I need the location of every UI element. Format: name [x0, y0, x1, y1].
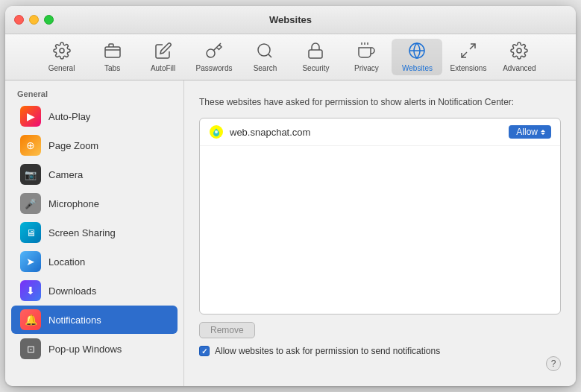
location-icon: ➤ [20, 251, 41, 272]
extensions-label: Extensions [450, 64, 486, 72]
content-area: General ▶ Auto-Play ⊕ Page Zoom 📷 Camera… [5, 80, 576, 386]
website-name: web.snapchat.com [230, 127, 503, 138]
sidebar-camera-label: Camera [48, 169, 83, 180]
tabs-label: Tabs [104, 64, 120, 72]
general-label: General [48, 64, 75, 72]
toolbar-item-privacy[interactable]: Privacy [341, 39, 392, 75]
toolbar-item-security[interactable]: Security [290, 39, 341, 75]
extensions-icon [459, 42, 477, 63]
passwords-label: Passwords [196, 64, 233, 72]
sidebar-item-popupwindows[interactable]: ⊡ Pop-up Windows [11, 335, 178, 363]
sidebar-item-notifications[interactable]: 🔔 Notifications [11, 306, 178, 334]
privacy-label: Privacy [354, 64, 379, 72]
description-text: These websites have asked for permission… [199, 95, 561, 109]
passwords-icon [205, 42, 223, 63]
main-window: Websites General Tabs AutoFill [5, 6, 576, 386]
allow-label: Allow [516, 127, 538, 137]
privacy-icon [357, 42, 375, 63]
help-button[interactable]: ? [546, 356, 561, 371]
autofill-icon [154, 42, 172, 63]
advanced-label: Advanced [503, 64, 536, 72]
svg-rect-3 [309, 50, 322, 58]
footer-row: ? [199, 356, 561, 371]
arrow-up-icon [541, 130, 545, 132]
sidebar-header: General [5, 85, 183, 101]
toolbar-item-websites[interactable]: Websites [392, 39, 442, 75]
sidebar-item-camera[interactable]: 📷 Camera [11, 160, 178, 189]
svg-point-2 [258, 44, 270, 56]
window-title: Websites [269, 14, 312, 25]
toolbar-item-general[interactable]: General [37, 39, 87, 75]
allow-notifications-checkbox[interactable] [199, 346, 210, 356]
popup-icon: ⊡ [20, 338, 41, 359]
notifications-icon: 🔔 [20, 309, 41, 330]
toolbar-item-passwords[interactable]: Passwords [189, 39, 240, 75]
general-icon [53, 42, 71, 63]
remove-button[interactable]: Remove [199, 322, 255, 338]
arrow-down-icon [541, 133, 545, 135]
autoplay-icon: ▶ [20, 106, 41, 127]
website-favicon [209, 124, 224, 139]
sidebar-item-pagezoom[interactable]: ⊕ Page Zoom [11, 131, 178, 159]
svg-point-11 [517, 48, 521, 53]
websites-label: Websites [402, 64, 433, 72]
sidebar-item-downloads[interactable]: ⬇ Downloads [11, 276, 178, 305]
websites-icon [408, 42, 426, 63]
sidebar-item-microphone[interactable]: 🎤 Microphone [11, 189, 178, 218]
mic-icon: 🎤 [20, 193, 41, 214]
search-icon [256, 42, 274, 63]
sidebar-location-label: Location [48, 256, 85, 268]
toolbar-item-search[interactable]: Search [239, 39, 290, 75]
sidebar-autoplay-label: Auto-Play [48, 111, 90, 122]
allow-select[interactable]: Allow [509, 125, 551, 139]
checkbox-label: Allow websites to ask for permission to … [215, 346, 440, 356]
toolbar-item-advanced[interactable]: Advanced [494, 39, 544, 75]
table-row: web.snapchat.com Allow [200, 118, 560, 146]
search-label: Search [254, 64, 277, 72]
sidebar-pagezoom-label: Page Zoom [48, 140, 98, 151]
sidebar: General ▶ Auto-Play ⊕ Page Zoom 📷 Camera… [5, 80, 184, 386]
screenshare-icon: 🖥 [20, 222, 41, 243]
window-controls [14, 15, 54, 25]
maximize-button[interactable] [44, 15, 54, 25]
sidebar-microphone-label: Microphone [48, 198, 99, 209]
pagezoom-icon: ⊕ [20, 135, 41, 156]
sidebar-downloads-label: Downloads [48, 285, 96, 297]
sidebar-screensharing-label: Screen Sharing [48, 227, 116, 238]
svg-point-13 [215, 130, 218, 133]
advanced-icon [510, 42, 528, 63]
tabs-icon [104, 42, 122, 63]
stepper-arrows [541, 130, 545, 135]
svg-line-9 [470, 44, 475, 49]
sidebar-popupwindows-label: Pop-up Windows [48, 344, 122, 355]
close-button[interactable] [14, 15, 24, 25]
minimize-button[interactable] [29, 15, 39, 25]
toolbar-item-extensions[interactable]: Extensions [442, 39, 494, 75]
bottom-actions: Remove [199, 322, 561, 338]
sidebar-item-autoplay[interactable]: ▶ Auto-Play [11, 102, 178, 130]
toolbar-item-autofill[interactable]: AutoFill [138, 39, 189, 75]
main-panel: These websites have asked for permission… [184, 80, 576, 386]
downloads-icon: ⬇ [20, 280, 41, 301]
autofill-label: AutoFill [151, 64, 175, 72]
svg-line-10 [462, 52, 467, 57]
svg-rect-1 [105, 47, 120, 57]
sidebar-item-location[interactable]: ➤ Location [11, 247, 178, 276]
security-icon [307, 42, 324, 63]
toolbar: General Tabs AutoFill Passwords [5, 34, 576, 80]
toolbar-item-tabs[interactable]: Tabs [87, 39, 138, 75]
security-label: Security [302, 64, 329, 72]
camera-icon: 📷 [20, 164, 41, 185]
title-bar: Websites [5, 6, 576, 34]
sidebar-item-screensharing[interactable]: 🖥 Screen Sharing [11, 218, 178, 247]
sidebar-notifications-label: Notifications [48, 314, 101, 326]
checkbox-row: Allow websites to ask for permission to … [199, 346, 561, 356]
website-list: web.snapchat.com Allow [199, 118, 561, 314]
svg-point-0 [60, 48, 64, 53]
